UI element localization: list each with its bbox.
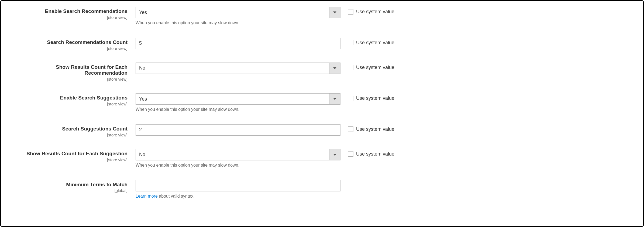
label-col: Minimum Terms to Match [global] — [12, 180, 136, 193]
use-system-value-label[interactable]: Use system value — [356, 9, 394, 15]
input-suggestions-count[interactable] — [136, 124, 340, 136]
field-note: When you enable this option your site ma… — [136, 107, 340, 112]
field-label: Search Recommendations Count — [12, 39, 128, 46]
label-col: Enable Search Recommendations [store vie… — [12, 7, 136, 20]
scope-label: [store view] — [12, 102, 128, 106]
label-col: Show Results Count for Each Suggestion [… — [12, 149, 136, 162]
select-value[interactable] — [136, 93, 329, 105]
field-col: When you enable this option your site ma… — [136, 149, 340, 168]
scope-label: [global] — [12, 188, 128, 193]
field-col: When you enable this option your site ma… — [136, 7, 340, 26]
use-system-value-label[interactable]: Use system value — [356, 95, 394, 101]
inherit-col: Use system value — [340, 149, 394, 157]
scope-label: [store view] — [12, 133, 128, 137]
inherit-col: Use system value — [340, 63, 394, 70]
input-minimum-terms[interactable] — [136, 180, 340, 191]
use-system-value-checkbox[interactable] — [348, 9, 353, 15]
row-suggestions-count: Search Suggestions Count [store view] Us… — [12, 124, 632, 137]
field-col — [136, 38, 340, 49]
note-rest: about valid syntax. — [158, 194, 195, 198]
field-label: Enable Search Suggestions — [12, 95, 128, 101]
scope-label: [store view] — [12, 77, 128, 81]
field-label: Search Suggestions Count — [12, 126, 128, 132]
inherit-col: Use system value — [340, 124, 394, 132]
inherit-col: Use system value — [340, 93, 394, 101]
select-value[interactable] — [136, 149, 329, 160]
inherit-col: Use system value — [340, 7, 394, 15]
input-recommendations-count[interactable] — [136, 38, 340, 49]
field-col: Learn more about valid syntax. — [136, 180, 340, 199]
chevron-down-icon — [329, 93, 340, 105]
chevron-down-icon — [329, 63, 340, 74]
field-col: When you enable this option your site ma… — [136, 93, 340, 112]
row-show-results-recommendation: Show Results Count for Each Recommendati… — [12, 63, 632, 82]
field-note: When you enable this option your site ma… — [136, 20, 340, 26]
select-value[interactable] — [136, 7, 329, 18]
select-show-results-suggestion[interactable] — [136, 149, 340, 160]
scope-label: [store view] — [12, 46, 128, 51]
label-col: Show Results Count for Each Recommendati… — [12, 63, 136, 82]
label-col: Enable Search Suggestions [store view] — [12, 93, 136, 106]
row-recommendations-count: Search Recommendations Count [store view… — [12, 38, 632, 51]
field-label: Show Results Count for Each Suggestion — [12, 151, 128, 157]
use-system-value-label[interactable]: Use system value — [356, 126, 394, 132]
use-system-value-checkbox[interactable] — [348, 40, 353, 45]
use-system-value-label[interactable]: Use system value — [356, 151, 394, 157]
select-show-results-recommendation[interactable] — [136, 63, 340, 74]
row-enable-recommendations: Enable Search Recommendations [store vie… — [12, 7, 632, 26]
field-label: Show Results Count for Each Recommendati… — [12, 64, 128, 77]
scope-label: [store view] — [12, 15, 128, 20]
config-form: Enable Search Recommendations [store vie… — [0, 0, 644, 227]
field-label: Enable Search Recommendations — [12, 8, 128, 15]
use-system-value-checkbox[interactable] — [348, 126, 353, 132]
label-col: Search Recommendations Count [store view… — [12, 38, 136, 51]
select-enable-recommendations[interactable] — [136, 7, 340, 18]
scope-label: [store view] — [12, 157, 128, 162]
inherit-col: Use system value — [340, 38, 394, 46]
use-system-value-checkbox[interactable] — [348, 65, 353, 70]
row-show-results-suggestion: Show Results Count for Each Suggestion [… — [12, 149, 632, 168]
field-col — [136, 63, 340, 74]
field-label: Minimum Terms to Match — [12, 182, 128, 188]
row-enable-suggestions: Enable Search Suggestions [store view] W… — [12, 93, 632, 112]
label-col: Search Suggestions Count [store view] — [12, 124, 136, 137]
chevron-down-icon — [329, 7, 340, 18]
use-system-value-checkbox[interactable] — [348, 96, 353, 101]
use-system-value-checkbox[interactable] — [348, 151, 353, 157]
select-enable-suggestions[interactable] — [136, 93, 340, 105]
learn-more-link[interactable]: Learn more — [136, 194, 158, 198]
select-value[interactable] — [136, 63, 329, 74]
field-col — [136, 124, 340, 136]
row-minimum-terms: Minimum Terms to Match [global] Learn mo… — [12, 180, 632, 199]
field-note: Learn more about valid syntax. — [136, 194, 340, 199]
use-system-value-label[interactable]: Use system value — [356, 40, 394, 46]
chevron-down-icon — [329, 149, 340, 160]
field-note: When you enable this option your site ma… — [136, 163, 340, 168]
use-system-value-label[interactable]: Use system value — [356, 65, 394, 70]
